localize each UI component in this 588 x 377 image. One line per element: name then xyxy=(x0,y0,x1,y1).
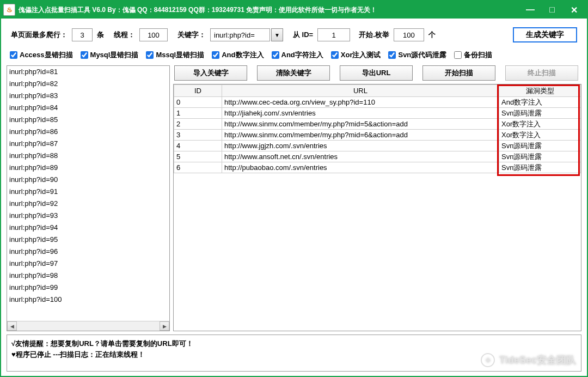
status-line-1: √友情提醒：想要复制URL？请单击需要复制的URL即可！ xyxy=(11,338,577,349)
check-svn[interactable]: Svn源代码泄露 xyxy=(388,50,446,60)
title-bar: ♨ 傀儡注入点批量扫描工具 V6.0 By：傀儡 QQ：844812159 QQ… xyxy=(1,1,587,19)
action-buttons: 导入关键字 清除关键字 导出URL 开始扫描 终止扫描 xyxy=(173,65,581,82)
table-row[interactable]: 2http://www.sinmv.com/member/my.php?mid=… xyxy=(174,119,581,130)
generate-keyword-button[interactable]: 生成关键字 xyxy=(513,27,577,42)
keyword-combo: ▼ xyxy=(210,28,283,41)
check-mysql[interactable]: Mysql显错扫描 xyxy=(81,50,139,60)
list-item[interactable]: inurl:php?id=98 xyxy=(9,270,169,282)
table-row[interactable]: 6http://pubaobao.com/.svn/entriesSvn源码泄露 xyxy=(174,162,581,173)
cell-type[interactable]: Svn源码泄露 xyxy=(499,151,581,162)
enum-count-input[interactable] xyxy=(394,28,424,41)
pages-label: 单页面最多爬行： xyxy=(11,30,68,40)
enum-unit: 个 xyxy=(428,30,436,40)
keyword-dropdown-button[interactable]: ▼ xyxy=(271,28,283,41)
cell-url[interactable]: http://pubaobao.com/.svn/entries xyxy=(222,162,499,173)
keyword-list[interactable]: inurl:php?id=81inurl:php?id=82inurl:php?… xyxy=(7,66,169,321)
results-panel: 导入关键字 清除关键字 导出URL 开始扫描 终止扫描 ID URL 漏洞类型 xyxy=(173,65,581,331)
results-table: ID URL 漏洞类型 0http://www.cec-ceda.org.cn/… xyxy=(174,84,581,173)
list-item[interactable]: inurl:php?id=96 xyxy=(9,246,169,258)
keyword-list-panel: inurl:php?id=81inurl:php?id=82inurl:php?… xyxy=(7,65,170,331)
close-button[interactable]: ✕ xyxy=(563,2,585,17)
pages-input[interactable] xyxy=(72,28,93,41)
cell-url[interactable]: http://www.ansoft.net.cn/.svn/entries xyxy=(222,151,499,162)
cell-url[interactable]: http://www.sinmv.com/member/my.php?mid=5… xyxy=(222,119,499,130)
col-header-type[interactable]: 漏洞类型 xyxy=(499,85,581,97)
import-keyword-button[interactable]: 导入关键字 xyxy=(174,65,247,81)
scroll-left-icon[interactable]: ◀ xyxy=(7,321,17,331)
col-header-id[interactable]: ID xyxy=(174,85,222,97)
threads-input[interactable] xyxy=(139,28,168,41)
cell-type[interactable]: Xor数字注入 xyxy=(499,130,581,141)
check-backup[interactable]: 备份扫描 xyxy=(454,50,492,60)
list-item[interactable]: inurl:php?id=94 xyxy=(9,222,169,234)
cell-url[interactable]: http://jiahekj.com/.svn/entries xyxy=(222,108,499,119)
scan-options: Access显错扫描 Mysql显错扫描 Mssql显错扫描 And数字注入 A… xyxy=(1,48,587,65)
cell-id[interactable]: 6 xyxy=(174,162,222,173)
list-item[interactable]: inurl:php?id=84 xyxy=(9,102,169,114)
table-row[interactable]: 1http://jiahekj.com/.svn/entriesSvn源码泄露 xyxy=(174,108,581,119)
list-item[interactable]: inurl:php?id=99 xyxy=(9,282,169,294)
results-table-wrap: ID URL 漏洞类型 0http://www.cec-ceda.org.cn/… xyxy=(173,84,581,331)
clear-keyword-button[interactable]: 清除关键字 xyxy=(257,65,330,81)
enum-label: 开始.枚举 xyxy=(359,30,389,40)
col-header-url[interactable]: URL xyxy=(222,85,499,97)
status-log: √友情提醒：想要复制URL？请单击需要复制的URL即可！ ♥程序已停止 ---扫… xyxy=(7,335,581,372)
cell-id[interactable]: 3 xyxy=(174,130,222,141)
list-item[interactable]: inurl:php?id=90 xyxy=(9,174,169,186)
table-row[interactable]: 5http://www.ansoft.net.cn/.svn/entriesSv… xyxy=(174,151,581,162)
window-title: 傀儡注入点批量扫描工具 V6.0 By：傀儡 QQ：844812159 QQ群：… xyxy=(19,5,519,15)
cell-type[interactable]: Svn源码泄露 xyxy=(499,141,581,151)
table-row[interactable]: 3http://www.sinmv.com/member/my.php?mid=… xyxy=(174,130,581,141)
main-area: inurl:php?id=81inurl:php?id=82inurl:php?… xyxy=(1,65,587,331)
cell-type[interactable]: Svn源码泄露 xyxy=(499,162,581,173)
table-row[interactable]: 4http://www.jgjzh.com/.svn/entriesSvn源码泄… xyxy=(174,141,581,151)
list-item[interactable]: inurl:php?id=81 xyxy=(9,66,169,78)
list-item[interactable]: inurl:php?id=93 xyxy=(9,210,169,222)
list-item[interactable]: inurl:php?id=86 xyxy=(9,126,169,138)
app-window: ♨ 傀儡注入点批量扫描工具 V6.0 By：傀儡 QQ：844812159 QQ… xyxy=(0,0,588,377)
stop-scan-button[interactable]: 终止扫描 xyxy=(505,65,578,81)
cell-id[interactable]: 0 xyxy=(174,97,222,108)
list-item[interactable]: inurl:php?id=83 xyxy=(9,90,169,102)
cell-id[interactable]: 4 xyxy=(174,141,222,151)
cell-type[interactable]: Svn源码泄露 xyxy=(499,108,581,119)
start-scan-button[interactable]: 开始扫描 xyxy=(422,65,495,81)
from-id-label: 从 ID= xyxy=(293,30,313,40)
from-id-input[interactable] xyxy=(317,28,350,41)
list-item[interactable]: inurl:php?id=88 xyxy=(9,150,169,162)
java-icon: ♨ xyxy=(3,4,15,16)
list-item[interactable]: inurl:php?id=89 xyxy=(9,162,169,174)
check-and-num[interactable]: And数字注入 xyxy=(212,50,264,60)
minimize-button[interactable]: — xyxy=(519,2,541,17)
toolbar: 单页面最多爬行： 条 线程： 关键字： ▼ 从 ID= 开始.枚举 个 生成关键… xyxy=(1,19,587,48)
cell-id[interactable]: 1 xyxy=(174,108,222,119)
list-item[interactable]: inurl:php?id=82 xyxy=(9,78,169,90)
cell-url[interactable]: http://www.sinmv.com/member/my.php?mid=6… xyxy=(222,130,499,141)
table-row[interactable]: 0http://www.cec-ceda.org.cn/view_sy.php?… xyxy=(174,97,581,108)
keyword-input[interactable] xyxy=(210,28,270,41)
check-access[interactable]: Access显错扫描 xyxy=(10,50,73,60)
cell-url[interactable]: http://www.jgjzh.com/.svn/entries xyxy=(222,141,499,151)
cell-id[interactable]: 2 xyxy=(174,119,222,130)
list-item[interactable]: inurl:php?id=91 xyxy=(9,186,169,198)
pages-unit: 条 xyxy=(97,30,104,40)
cell-id[interactable]: 5 xyxy=(174,151,222,162)
threads-label: 线程： xyxy=(114,30,135,40)
keyword-label: 关键字： xyxy=(177,30,206,40)
h-scrollbar[interactable]: ◀ ▶ xyxy=(7,321,169,331)
cell-type[interactable]: And数字注入 xyxy=(499,97,581,108)
cell-type[interactable]: Xor数字注入 xyxy=(499,119,581,130)
check-xor[interactable]: Xor注入测试 xyxy=(331,50,381,60)
check-and-char[interactable]: And字符注入 xyxy=(272,50,323,60)
list-item[interactable]: inurl:php?id=100 xyxy=(9,294,169,306)
list-item[interactable]: inurl:php?id=97 xyxy=(9,258,169,270)
export-url-button[interactable]: 导出URL xyxy=(340,65,413,81)
maximize-button[interactable]: □ xyxy=(541,2,563,17)
check-mssql[interactable]: Mssql显错扫描 xyxy=(146,50,204,60)
cell-url[interactable]: http://www.cec-ceda.org.cn/view_sy.php?i… xyxy=(222,97,499,108)
scroll-right-icon[interactable]: ▶ xyxy=(160,321,169,331)
list-item[interactable]: inurl:php?id=95 xyxy=(9,234,169,246)
list-item[interactable]: inurl:php?id=85 xyxy=(9,114,169,126)
list-item[interactable]: inurl:php?id=87 xyxy=(9,138,169,150)
list-item[interactable]: inurl:php?id=92 xyxy=(9,198,169,210)
